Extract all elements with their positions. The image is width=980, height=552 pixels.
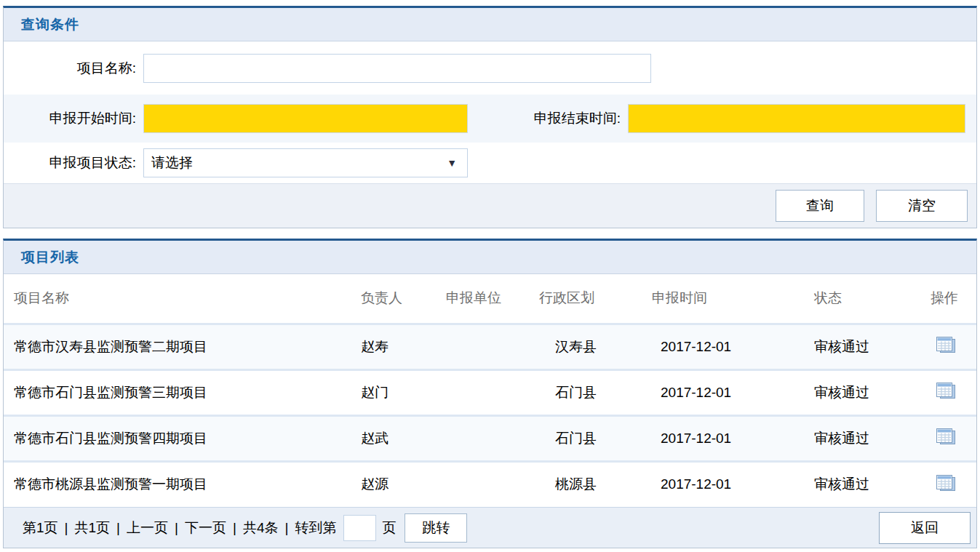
table-icon xyxy=(936,391,956,402)
column-header-person: 负责人 xyxy=(361,274,446,324)
cell-project-name: 常德市石门县监测预警三期项目 xyxy=(4,369,361,415)
query-conditions-panel: 查询条件 项目名称: 申报开始时间: 申报结束时间: 申报项目状态: 请选择 ▼… xyxy=(3,6,977,228)
table-icon xyxy=(936,345,956,356)
cell-unit xyxy=(446,369,539,415)
current-page-label: 第1页 xyxy=(23,519,58,537)
goto-page-input[interactable] xyxy=(343,515,376,541)
cell-person: 赵源 xyxy=(361,461,446,507)
column-header-name: 项目名称 xyxy=(4,274,361,324)
table-icon xyxy=(936,437,956,448)
declare-time-row: 申报开始时间: 申报结束时间: xyxy=(4,95,976,143)
project-name-label: 项目名称: xyxy=(4,59,143,78)
end-time-input[interactable] xyxy=(628,104,965,133)
cell-date: 2017-12-01 xyxy=(652,369,814,415)
cell-date: 2017-12-01 xyxy=(652,415,814,461)
goto-page-suffix-label: 页 xyxy=(382,519,396,537)
search-button[interactable]: 查询 xyxy=(776,190,864,222)
cell-date: 2017-12-01 xyxy=(652,461,814,507)
view-detail-button[interactable] xyxy=(935,427,957,447)
column-header-date: 申报时间 xyxy=(652,274,814,324)
goto-page-prefix-label: 转到第 xyxy=(295,519,336,537)
cell-unit xyxy=(446,415,539,461)
start-time-input[interactable] xyxy=(143,104,468,133)
table-row: 常德市汉寿县监测预警二期项目 赵寿 汉寿县 2017-12-01 审核通过 xyxy=(4,324,976,369)
table-body: 常德市汉寿县监测预警二期项目 赵寿 汉寿县 2017-12-01 审核通过 常德… xyxy=(4,324,976,507)
cell-unit xyxy=(446,461,539,507)
total-items-label: 共4条 xyxy=(243,519,279,537)
view-detail-button[interactable] xyxy=(935,473,957,494)
cell-status: 审核通过 xyxy=(814,461,931,507)
back-button[interactable]: 返回 xyxy=(879,512,971,544)
query-panel-header: 查询条件 xyxy=(4,8,976,41)
pagination-bar: 第1页 | 共1页 | 上一页 | 下一页 | 共4条 | 转到第 页 跳转 返… xyxy=(4,507,976,548)
project-status-row: 申报项目状态: 请选择 ▼ xyxy=(4,143,976,183)
next-page-link[interactable]: 下一页 xyxy=(185,519,226,537)
project-list-panel: 项目列表 项目名称 负责人 申报单位 行政区划 申报时间 状态 操作 xyxy=(3,239,977,548)
column-header-unit: 申报单位 xyxy=(446,274,539,324)
separator: | xyxy=(284,520,288,536)
separator: | xyxy=(233,520,236,536)
column-header-status: 状态 xyxy=(814,274,931,324)
project-status-select[interactable]: 请选择 ▼ xyxy=(143,148,468,177)
view-detail-button[interactable] xyxy=(935,381,957,401)
cell-unit xyxy=(446,324,539,369)
project-name-row: 项目名称: xyxy=(4,41,976,95)
table-header-row: 项目名称 负责人 申报单位 行政区划 申报时间 状态 操作 xyxy=(4,274,976,324)
total-pages-label: 共1页 xyxy=(75,519,111,537)
end-time-label: 申报结束时间: xyxy=(468,109,628,128)
separator: | xyxy=(175,520,178,536)
cell-project-name: 常德市桃源县监测预警一期项目 xyxy=(4,461,361,507)
start-time-label: 申报开始时间: xyxy=(4,109,143,128)
table-icon xyxy=(936,484,956,495)
cell-person: 赵门 xyxy=(361,369,446,415)
project-table: 项目名称 负责人 申报单位 行政区划 申报时间 状态 操作 常德市汉寿县监测预警… xyxy=(4,274,976,507)
cell-person: 赵寿 xyxy=(361,324,446,369)
cell-date: 2017-12-01 xyxy=(652,324,814,369)
project-status-label: 申报项目状态: xyxy=(4,153,143,172)
cell-person: 赵武 xyxy=(361,415,446,461)
query-panel-title: 查询条件 xyxy=(21,15,79,34)
column-header-district: 行政区划 xyxy=(539,274,652,324)
cell-district: 汉寿县 xyxy=(539,324,652,369)
list-panel-header: 项目列表 xyxy=(4,241,976,274)
query-panel-footer: 查询 清空 xyxy=(4,183,976,228)
page: 查询条件 项目名称: 申报开始时间: 申报结束时间: 申报项目状态: 请选择 ▼… xyxy=(0,0,980,548)
table-row: 常德市石门县监测预警四期项目 赵武 石门县 2017-12-01 审核通过 xyxy=(4,415,976,461)
chevron-down-icon: ▼ xyxy=(447,157,460,169)
column-header-operation: 操作 xyxy=(931,274,976,324)
list-panel-title: 项目列表 xyxy=(21,248,79,267)
cell-district: 石门县 xyxy=(539,415,652,461)
project-status-selected-value: 请选择 xyxy=(151,153,193,172)
cell-status: 审核通过 xyxy=(814,369,931,415)
cell-district: 石门县 xyxy=(539,369,652,415)
cell-status: 审核通过 xyxy=(814,324,931,369)
separator: | xyxy=(116,520,120,536)
cell-status: 审核通过 xyxy=(814,415,931,461)
table-row: 常德市桃源县监测预警一期项目 赵源 桃源县 2017-12-01 审核通过 xyxy=(4,461,976,507)
cell-district: 桃源县 xyxy=(539,461,652,507)
cell-project-name: 常德市石门县监测预警四期项目 xyxy=(4,415,361,461)
table-row: 常德市石门县监测预警三期项目 赵门 石门县 2017-12-01 审核通过 xyxy=(4,369,976,415)
project-name-input[interactable] xyxy=(143,54,651,83)
cell-project-name: 常德市汉寿县监测预警二期项目 xyxy=(4,324,361,369)
view-detail-button[interactable] xyxy=(935,335,957,356)
separator: | xyxy=(65,520,68,536)
prev-page-link[interactable]: 上一页 xyxy=(127,519,168,537)
jump-button[interactable]: 跳转 xyxy=(405,513,467,543)
clear-button[interactable]: 清空 xyxy=(876,190,968,222)
